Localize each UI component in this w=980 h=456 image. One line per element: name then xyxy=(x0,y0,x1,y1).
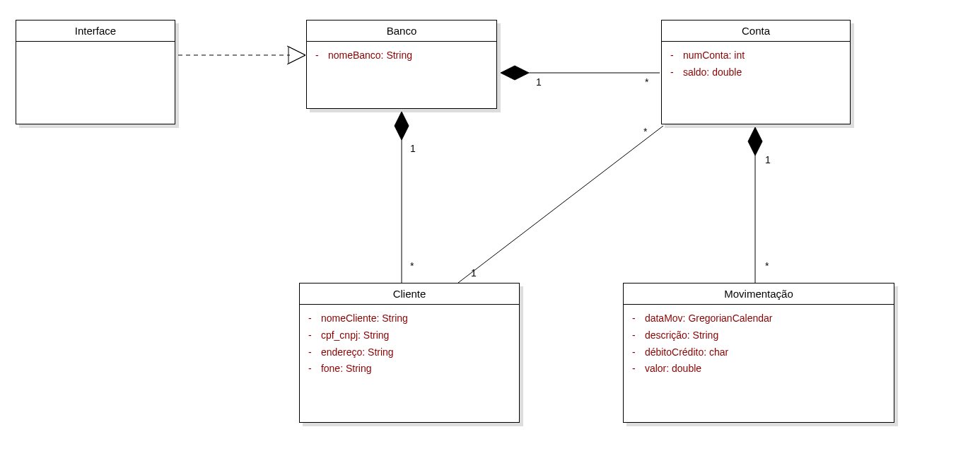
class-title-movimentacao: Movimentação xyxy=(624,283,894,305)
class-title-conta: Conta xyxy=(662,21,850,42)
svg-marker-6 xyxy=(748,127,762,156)
class-body-conta: - numConta: int - saldo: double xyxy=(662,42,850,88)
attr-text: fone: String xyxy=(321,363,372,374)
class-title-cliente: Cliente xyxy=(300,283,519,305)
attr-text: cpf_cnpj: String xyxy=(321,329,390,341)
attr-text: valor: double xyxy=(645,363,701,374)
attr-row: - dataMov: GregorianCalendar xyxy=(632,310,885,327)
attr-row: - cpf_cnpj: String xyxy=(308,327,511,344)
class-body-cliente: - nomeCliente: String - cpf_cnpj: String… xyxy=(300,305,519,385)
attr-row: - nomeBanco: String xyxy=(315,47,488,64)
attr-row: - nomeCliente: String xyxy=(308,310,511,327)
class-conta: Conta - numConta: int - saldo: double xyxy=(661,20,851,124)
attr-text: descrição: String xyxy=(645,329,718,341)
class-body-banco: - nomeBanco: String xyxy=(307,42,496,71)
attr-text: dataMov: GregorianCalendar xyxy=(645,312,773,324)
attr-row: - fone: String xyxy=(308,361,511,378)
svg-marker-4 xyxy=(395,112,409,140)
attr-row: - débitoCrédito: char xyxy=(632,344,885,361)
class-banco: Banco - nomeBanco: String xyxy=(306,20,497,109)
mult-banco-cliente-star: * xyxy=(410,260,414,271)
mult-banco-conta-1: 1 xyxy=(536,76,542,88)
class-body-interface xyxy=(16,42,175,69)
attr-text: saldo: double xyxy=(683,66,742,78)
attr-text: nomeCliente: String xyxy=(321,312,408,324)
svg-marker-2 xyxy=(501,66,529,80)
class-interface: Interface xyxy=(16,20,175,124)
attr-row: - valor: double xyxy=(632,361,885,378)
mult-conta-mov-star: * xyxy=(765,260,769,271)
attr-row: - endereço: String xyxy=(308,344,511,361)
class-cliente: Cliente - nomeCliente: String - cpf_cnpj… xyxy=(299,283,520,423)
attr-text: numConta: int xyxy=(683,49,745,61)
class-title-banco: Banco xyxy=(307,21,496,42)
svg-line-8 xyxy=(458,126,663,283)
class-title-interface: Interface xyxy=(16,21,175,42)
mult-cliente-conta-star: * xyxy=(643,126,647,137)
attr-row: - descrição: String xyxy=(632,327,885,344)
attr-text: nomeBanco: String xyxy=(328,49,412,61)
mult-cliente-conta-1: 1 xyxy=(471,267,477,279)
mult-banco-cliente-1: 1 xyxy=(410,143,416,154)
mult-banco-conta-star: * xyxy=(645,76,648,88)
class-body-movimentacao: - dataMov: GregorianCalendar - descrição… xyxy=(624,305,894,385)
uml-diagram-canvas: 1 * 1 * 1 * 1 * Interface Banco - nomeBa… xyxy=(0,0,980,456)
mult-conta-mov-1: 1 xyxy=(765,154,771,165)
attr-text: débitoCrédito: char xyxy=(645,346,728,358)
attr-row: - saldo: double xyxy=(670,64,841,81)
attr-text: endereço: String xyxy=(321,346,394,358)
class-movimentacao: Movimentação - dataMov: GregorianCalenda… xyxy=(623,283,894,423)
attr-row: - numConta: int xyxy=(670,47,841,64)
